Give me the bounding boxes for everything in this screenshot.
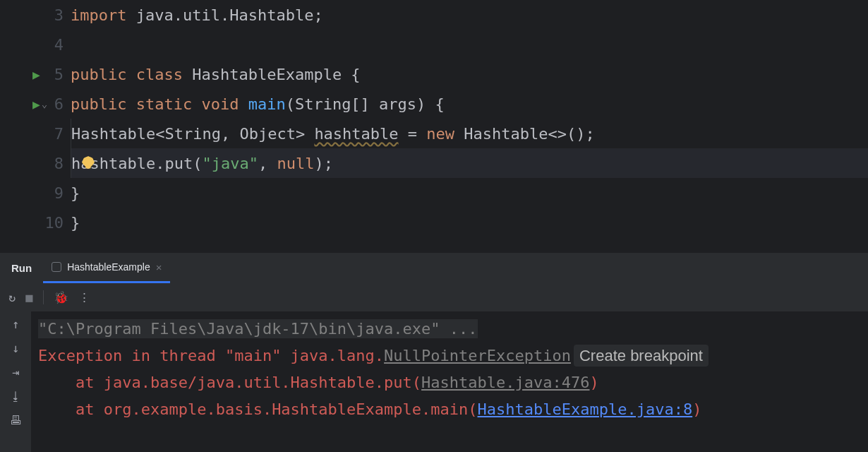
more-icon[interactable]: ⋮ [78,290,90,304]
tool-window-tabs: Run HashtableExample × [0,252,868,283]
code-line[interactable]: } [71,208,868,237]
code-line-current[interactable]: hashtable.put("java", null); [71,148,868,178]
error-text: Exception in thread "main" java.lang. [38,347,384,364]
method-name: main [239,95,285,113]
line-number: 5 [42,66,64,83]
gutter-row[interactable]: 7 [0,119,71,148]
variable-warning: hashtable [314,125,398,143]
code-line[interactable] [71,30,868,59]
create-breakpoint-button[interactable]: Create breakpoint [574,345,709,367]
line-gutter: 3 4 5 ▶ 6 ▶⌄ 7 8 9 10 [0,0,71,251]
console-line: "C:\Program Files\Java\jdk-17\bin\java.e… [38,316,861,343]
code-text: Hashtable<String, Object> [71,125,314,143]
run-toolbar: ↻ ■ 🐞 ⋮ [0,283,868,311]
code-text: java.util.Hashtable; [126,6,323,24]
string-literal: "java" [202,155,258,172]
code-text: (String[] args) { [286,95,445,113]
up-arrow-icon[interactable]: ↑ [12,317,19,331]
line-number: 10 [42,214,64,232]
code-text: , [258,155,277,172]
line-number: 9 [42,184,64,202]
code-line[interactable]: public class HashtableExample { [71,59,868,89]
run-gutter-icon[interactable]: ▶ [32,67,40,82]
code-text: ); [314,155,333,172]
stop-icon[interactable]: ■ [25,290,32,304]
console-gutter: ↑ ↓ ⇥ ⭳ 🖶 [0,311,31,452]
line-number: 7 [42,125,64,143]
gutter-row[interactable]: 10 [0,208,71,237]
down-arrow-icon[interactable]: ↓ [12,341,19,355]
print-icon[interactable]: 🖶 [10,413,22,427]
error-text: ) [692,400,701,418]
close-icon[interactable]: × [156,261,162,273]
code-text: } [71,214,80,232]
run-tool-window: Run HashtableExample × ↻ ■ 🐞 ⋮ ↑ ↓ ⇥ ⭳ 🖶… [0,251,868,452]
tab-label: HashtableExample [67,261,150,273]
code-line[interactable]: } [71,178,868,208]
gutter-row[interactable]: 8 [0,148,71,178]
keyword: import [71,6,126,24]
gutter-row[interactable]: 3 [0,0,71,30]
source-link[interactable]: Hashtable.java:476 [421,374,589,391]
command-text: "C:\Program Files\Java\jdk-17\bin\java.e… [38,319,478,338]
console-line: at java.base/java.util.Hashtable.put(Has… [38,369,861,396]
code-text: HashtableExample { [183,66,361,83]
keyword: null [277,155,314,172]
line-number: 3 [42,6,64,24]
gutter-row[interactable]: 4 [0,30,71,59]
gutter-row[interactable]: 6 ▶⌄ [0,89,71,119]
keyword: new [426,125,454,143]
code-text: = [399,125,427,143]
toolwindow-title: Run [0,262,43,274]
error-text: at org.example.basis.HashtableExample.ma… [38,400,478,418]
console-line: at org.example.basis.HashtableExample.ma… [38,396,861,423]
code-text: } [71,184,80,202]
editor-area: 3 4 5 ▶ 6 ▶⌄ 7 8 9 10 import java.util.H… [0,0,868,251]
code-area[interactable]: import java.util.Hashtable; public class… [71,0,868,251]
run-tab[interactable]: HashtableExample × [43,253,170,283]
scroll-to-end-icon[interactable]: ⭳ [10,389,22,403]
code-line[interactable]: public static void main(String[] args) { [71,89,868,119]
debug-icon[interactable]: 🐞 [54,290,68,304]
code-line[interactable]: import java.util.Hashtable; [71,0,868,30]
separator [43,290,44,304]
error-text: ) [589,374,598,391]
console-wrapper: ↑ ↓ ⇥ ⭳ 🖶 "C:\Program Files\Java\jdk-17\… [0,311,868,452]
keyword: public class [71,66,183,83]
line-number: 8 [42,155,64,172]
error-text: at java.base/java.util.Hashtable.put( [38,374,421,391]
chevron-down-icon[interactable]: ⌄ [42,98,47,109]
console-output[interactable]: "C:\Program Files\Java\jdk-17\bin\java.e… [31,311,868,452]
gutter-row[interactable]: 9 [0,178,71,208]
code-text: Hashtable<>(); [454,125,595,143]
source-link[interactable]: HashtableExample.java:8 [478,400,693,418]
console-line: Exception in thread "main" java.lang.Nul… [38,343,861,369]
keyword: public static void [71,95,239,113]
line-number: 4 [42,36,64,54]
run-gutter-icon[interactable]: ▶⌄ [32,97,47,112]
soft-wrap-icon[interactable]: ⇥ [12,365,19,379]
exception-link[interactable]: NullPointerException [384,347,571,364]
code-line[interactable]: Hashtable<String, Object> hashtable = ne… [71,119,868,148]
application-icon [52,262,61,272]
rerun-icon[interactable]: ↻ [8,290,16,304]
gutter-row[interactable]: 5 ▶ [0,59,71,89]
